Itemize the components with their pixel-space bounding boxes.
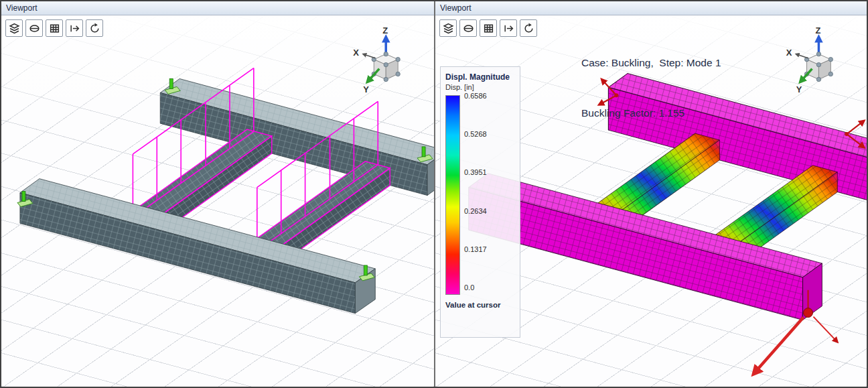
axis-y-label: Y [363,84,369,94]
case-step-text: Case: Buckling, Step: Mode 1 [581,54,721,71]
viewport-title-left: Viewport [6,3,37,13]
shaded-view-icon [463,23,474,34]
shaded-view-icon [29,23,40,34]
layers-button[interactable] [5,19,23,37]
legend-unit: Disp. [in] [445,83,515,91]
axis-z-label: Z [815,25,820,36]
mesh-grid-icon [483,23,494,34]
viewport-panel-right: Viewport Case: Buckling, Step: Mode 1 Bu… [434,1,867,387]
mesh-grid-button[interactable] [46,19,63,37]
viewport-panel-left: Viewport [1,1,434,387]
shaded-view-button[interactable] [25,19,43,37]
viewport-toolbar-right [439,19,537,37]
layers-icon [443,23,454,34]
layers-button[interactable] [439,19,457,37]
fea-app-window: Viewport [0,0,868,388]
axis-y-label: Y [796,84,802,94]
export-button[interactable] [66,19,83,37]
viewport-scene-right[interactable]: Case: Buckling, Step: Mode 1 Buckling Fa… [435,15,867,387]
model-view-undeformed[interactable]: Z X Y [1,15,434,387]
buckling-factor-text: Buckling Factor: 1.155 [581,105,721,121]
viewport-title-right: Viewport [440,3,471,13]
mesh-grid-icon [49,23,60,34]
axis-x-label: X [786,48,792,58]
viewport-scene-left[interactable]: Z X Y [1,15,434,387]
legend-color-bar [445,95,460,295]
legend-tick: 0.5268 [464,130,487,138]
shaded-view-button[interactable] [459,19,477,37]
viewport-titlebar-left: Viewport [1,1,434,15]
result-case-info: Case: Buckling, Step: Mode 1 Buckling Fa… [581,21,721,155]
axis-z-label: Z [382,25,388,36]
orientation-cube[interactable]: Z X Y [353,25,400,95]
legend-cursor-label: Value at cursor [445,301,515,309]
legend-tick: 0.2634 [464,207,487,215]
layers-icon [9,23,20,34]
legend-tick-labels: 0.6586 0.5268 0.3951 0.2634 0.1317 0.0 [464,92,487,292]
orientation-cube[interactable]: Z X Y [786,25,833,95]
legend-tick: 0.0 [464,283,487,292]
legend-tick: 0.1317 [464,245,487,253]
mesh-grid-button[interactable] [480,19,497,37]
viewport-toolbar-left [5,19,103,37]
viewport-titlebar-right: Viewport [435,1,867,15]
rotate-button[interactable] [86,19,103,37]
rotate-button[interactable] [520,19,537,37]
arrow-icon [503,23,514,34]
legend-tick: 0.6586 [464,92,487,100]
legend-tick: 0.3951 [464,168,487,176]
rotate-icon [89,23,100,34]
legend-title: Displ. Magnitude [445,72,515,82]
rotate-icon [523,23,534,34]
arrow-icon [69,23,80,34]
contour-legend: Displ. Magnitude Disp. [in] 0.6586 0.526… [440,66,520,338]
export-button[interactable] [500,19,517,37]
axis-x-label: X [353,48,359,58]
